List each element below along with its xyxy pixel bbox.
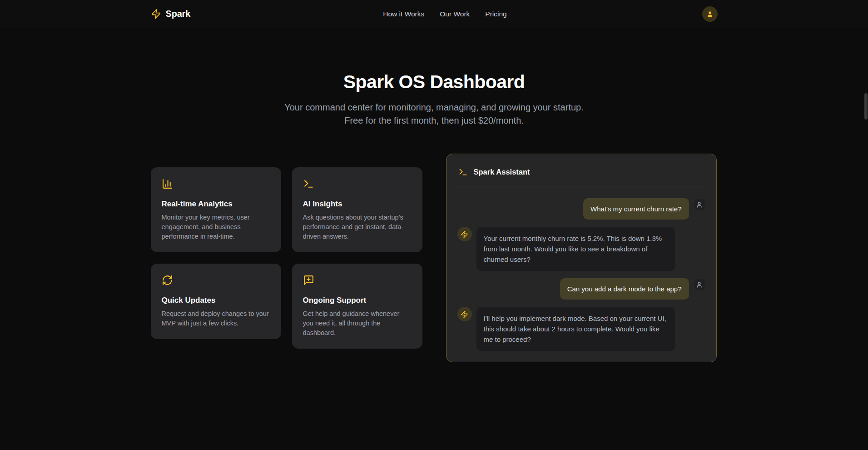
feature-description: Request and deploy changes to your MVP w…: [162, 309, 270, 328]
feature-title: Quick Updates: [162, 296, 270, 305]
main-content: Real-time Analytics Monitor your key met…: [151, 154, 718, 362]
chart-column-icon: [162, 178, 173, 190]
brand-logo[interactable]: Spark: [151, 9, 191, 19]
nav-link[interactable]: Our Work: [440, 10, 470, 18]
chat-message-row: Can you add a dark mode to the app?: [457, 278, 705, 300]
lightning-bolt-icon: [151, 9, 161, 19]
vertical-scrollbar-thumb[interactable]: [864, 93, 868, 120]
chat-bubble: I'll help you implement dark mode. Based…: [476, 307, 675, 351]
nav-link[interactable]: Pricing: [485, 10, 506, 18]
feature-description: Ask questions about your startup's perfo…: [303, 213, 412, 241]
user-avatar: [694, 199, 705, 210]
main-nav: How it Works Our Work Pricing: [383, 10, 506, 18]
feature-title: Ongoing Support: [303, 296, 412, 305]
feature-card: Ongoing Support Get help and guidance wh…: [292, 264, 422, 349]
user-avatar-button[interactable]: [702, 6, 718, 22]
message-plus-icon: [303, 275, 314, 286]
lightning-bolt-icon: [461, 310, 468, 318]
feature-grid: Real-time Analytics Monitor your key met…: [151, 167, 422, 349]
nav-link[interactable]: How it Works: [383, 10, 424, 18]
feature-card: Quick Updates Request and deploy changes…: [151, 264, 281, 339]
chat-message-row: Your current monthly churn rate is 5.2%.…: [457, 227, 705, 271]
feature-title: Real-time Analytics: [162, 200, 270, 209]
chat-bubble: What's my current churn rate?: [583, 198, 689, 220]
hero-section: Spark OS Dashboard Your command center f…: [0, 28, 868, 127]
assistant-panel-title: Spark Assistant: [474, 168, 530, 176]
terminal-icon: [458, 167, 468, 177]
chat-message-row: I'll help you implement dark mode. Based…: [457, 307, 705, 351]
terminal-icon: [303, 178, 314, 190]
feature-card: Real-time Analytics Monitor your key met…: [151, 167, 281, 252]
navbar: Spark How it Works Our Work Pricing: [0, 0, 868, 28]
assistant-avatar: [457, 227, 472, 241]
user-icon: [706, 10, 714, 18]
assistant-avatar: [457, 307, 472, 321]
assistant-panel-header: Spark Assistant: [457, 165, 705, 186]
chat-message-row: What's my current churn rate?: [457, 198, 705, 220]
refresh-icon: [162, 275, 173, 286]
chat-message-list: What's my current churn rate? Your curre…: [457, 198, 705, 351]
page-title: Spark OS Dashboard: [0, 71, 868, 93]
brand-name: Spark: [166, 9, 191, 19]
feature-description: Get help and guidance whenever you need …: [303, 309, 412, 338]
lightning-bolt-icon: [461, 230, 468, 238]
page-subtitle: Your command center for monitoring, mana…: [275, 101, 593, 127]
feature-card: AI Insights Ask questions about your sta…: [292, 167, 422, 252]
chat-bubble: Can you add a dark mode to the app?: [560, 278, 689, 300]
assistant-panel: Spark Assistant What's my current churn …: [446, 154, 717, 362]
feature-title: AI Insights: [303, 200, 412, 209]
user-icon: [696, 281, 703, 288]
chat-bubble: Your current monthly churn rate is 5.2%.…: [476, 227, 675, 271]
user-icon: [696, 201, 703, 208]
feature-description: Monitor your key metrics, user engagemen…: [162, 213, 270, 241]
user-avatar: [694, 279, 705, 290]
